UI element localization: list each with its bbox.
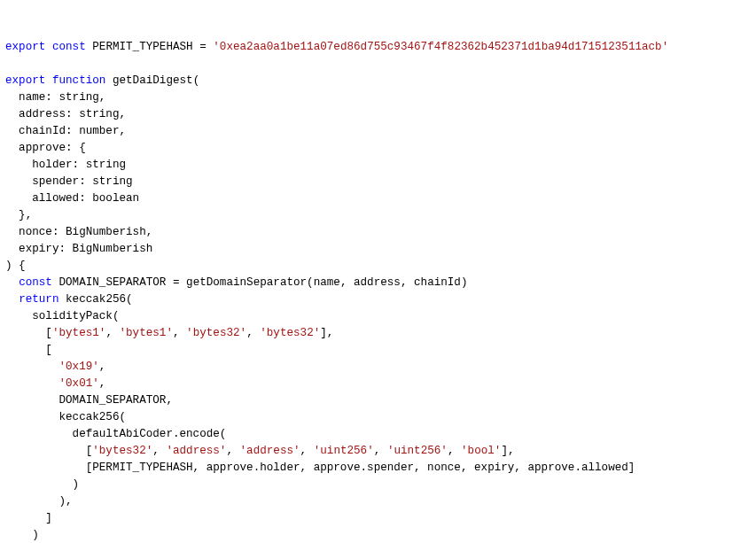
code-line: ] [5,512,52,524]
string-literal: 'address' [240,445,300,457]
code-line: export const PERMIT_TYPEHASH = '0xea2aa0… [5,41,668,53]
code-text [5,276,19,289]
code-text: , [173,327,186,339]
string-literal: 'uint256' [314,445,374,457]
code-line: '0x19', [5,361,105,373]
string-literal: '0x19' [58,361,98,373]
keyword-const: const [19,276,52,289]
string-literal: '0x01' [58,377,98,390]
string-literal: 'bytes32' [186,327,246,339]
code-text: getDaiDigest( [105,74,199,87]
code-line [5,58,12,70]
code-text: , [374,445,387,457]
string-literal: 'bool' [461,445,501,457]
code-line: approve: { [5,142,86,154]
code-text: PERMIT_TYPEHASH = [86,41,214,53]
string-literal: 'bytes32' [260,327,320,339]
string-literal: 'uint256' [387,445,448,457]
code-line: ) { [5,260,26,272]
code-line: ) [5,529,39,541]
code-line: '0x01', [5,377,105,390]
code-line: ['bytes32', 'address', 'address', 'uint2… [5,445,515,457]
code-text: , [448,445,461,457]
string-literal: '0xea2aa0a1be11a07ed86d755c93467f4f82362… [213,41,668,53]
code-line: address: string, [5,108,126,120]
code-text: [ [5,327,52,339]
code-line: allowed: boolean [5,192,139,205]
code-text [5,293,19,306]
code-line: const DOMAIN_SEPARATOR = getDomainSepara… [5,276,468,289]
code-line: }, [5,209,32,221]
code-text: , [99,377,106,390]
code-line: ), [5,495,73,508]
code-text: , [246,327,260,339]
code-line: keccak256( [5,411,126,423]
code-line: ['bytes1', 'bytes1', 'bytes32', 'bytes32… [5,327,333,339]
keyword-export: export [5,41,45,53]
keyword-const: const [52,41,86,53]
code-text: DOMAIN_SEPARATOR = getDomainSeparator(na… [52,276,468,289]
keyword-export: export [5,74,45,87]
code-text: , [300,445,314,457]
keyword-function: function [52,74,105,87]
code-line: [PERMIT_TYPEHASH, approve.holder, approv… [5,462,635,474]
code-text [5,361,58,373]
string-literal: 'bytes1' [52,327,105,339]
code-text: ], [501,445,514,457]
code-line: name: string, [5,91,105,104]
code-line: ) [5,478,79,491]
code-text: keccak256( [58,293,132,306]
code-line: spender: string [5,175,133,188]
code-text: , [99,361,106,373]
code-text: , [226,445,239,457]
code-text [5,377,58,390]
code-line: chainId: number, [5,125,126,137]
code-line: [ [5,344,52,356]
code-line: holder: string [5,159,126,171]
code-block: export const PERMIT_TYPEHASH = '0xea2aa0… [5,39,751,543]
string-literal: 'bytes1' [120,327,173,339]
code-text: , [105,327,119,339]
string-literal: 'address' [166,445,226,457]
code-text: , [152,445,166,457]
code-line: expiry: BigNumberish [5,243,152,255]
code-text: [ [5,445,92,457]
code-line: nonce: BigNumberish, [5,226,152,238]
code-line: DOMAIN_SEPARATOR, [5,394,173,407]
code-line: return keccak256( [5,293,133,306]
code-text: ], [320,327,333,339]
code-line: export function getDaiDigest( [5,74,199,87]
code-line: defaultAbiCoder.encode( [5,428,226,440]
string-literal: 'bytes32' [92,445,152,457]
keyword-return: return [19,293,58,306]
code-line: solidityPack( [5,310,119,322]
